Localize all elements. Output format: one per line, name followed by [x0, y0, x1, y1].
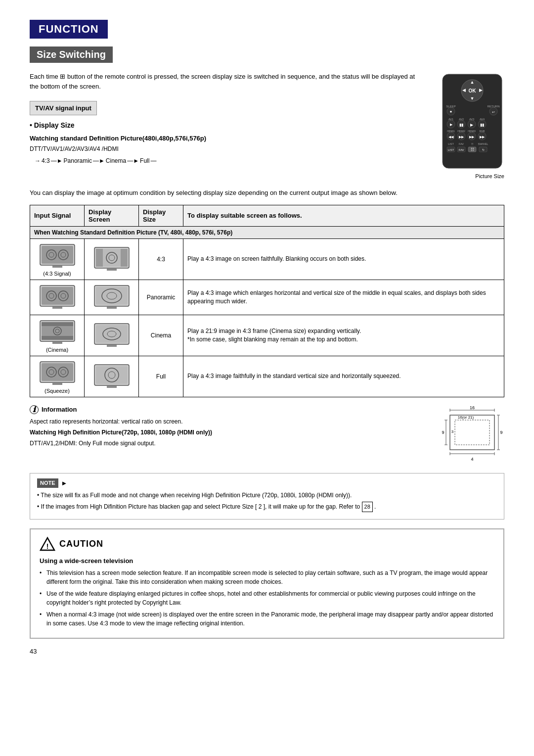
svg-rect-59: [121, 249, 128, 267]
can-display-text: You can display the image at optimum con…: [30, 188, 504, 198]
svg-rect-58: [96, 249, 103, 267]
svg-rect-55: [52, 265, 62, 268]
section-header-row: When Watching Standard Definition Pictur…: [30, 226, 504, 238]
picture-size-label: Picture Size: [440, 173, 504, 179]
tv-av-badge: TV/AV signal input: [30, 101, 425, 121]
svg-text:LIST: LIST: [448, 142, 454, 145]
col-header-input: Input Signal: [30, 205, 85, 226]
svg-text:▮▮: ▮▮: [480, 123, 484, 127]
svg-text:9: 9: [442, 430, 444, 435]
table-row: Panoramic Play a 4:3 image which enlarge…: [30, 280, 504, 315]
svg-rect-74: [107, 306, 117, 309]
note-list: The size will fix as Full mode and not c…: [37, 491, 497, 512]
signal-cell-3: (Cinema): [30, 315, 85, 356]
svg-rect-77: [42, 322, 73, 326]
caution-box: ! CAUTION Using a wide-screen television…: [30, 528, 504, 639]
caution-item-2: Use of the wide feature displaying enlar…: [40, 589, 494, 607]
desc-cell-4: Play a 4:3 image faithfully in the stand…: [183, 356, 504, 397]
desc-cell-1: Play a 4:3 image on screen faithfully. B…: [183, 238, 504, 280]
arrow-icon-4: —►: [127, 156, 139, 165]
table-row: (Cinema) Cinema Play a 21:9 image in 4:3…: [30, 315, 504, 356]
svg-text:OK: OK: [469, 88, 477, 94]
arrow-icon-2: —►: [51, 156, 63, 165]
note-item-2: If the images from High Difinition Pictu…: [37, 502, 497, 512]
svg-rect-100: [455, 420, 490, 445]
table-row: (Squeeze) Full Play a 4:3 image faithful…: [30, 356, 504, 397]
arrow-icon-3: —►: [93, 156, 105, 165]
caution-title: CAUTION: [59, 539, 103, 549]
ref-box: 28: [362, 502, 373, 512]
svg-rect-86: [107, 344, 117, 347]
svg-text:◀◀: ◀◀: [448, 135, 454, 139]
table-row: (4:3 Signal) 4:3 Play a 4:3 image on scr…: [30, 238, 504, 280]
svg-text:▶▶: ▶▶: [469, 135, 475, 139]
screen-icon-3: [92, 321, 132, 348]
svg-text:▶▶: ▶▶: [459, 135, 464, 139]
screen-cell-2: [85, 280, 139, 315]
note-arrow-icon: ►: [61, 478, 68, 488]
arrow-right-icon: →: [35, 156, 41, 165]
arrow-cinema: Cinema: [106, 156, 126, 165]
caution-triangle-icon: !: [40, 536, 55, 552]
note-item-1: The size will fix as Full mode and not c…: [37, 491, 497, 500]
aspect-ratio-text: Aspect ratio represents horizontal: vert…: [30, 417, 430, 426]
svg-text:16: 16: [470, 405, 475, 410]
screen-icon-4: [92, 362, 132, 389]
screen-cell-1: [85, 238, 139, 280]
svg-text:▲: ▲: [470, 80, 475, 85]
svg-text:4: 4: [471, 457, 473, 462]
note-box: NOTE ► The size will fix as Full mode an…: [30, 473, 504, 520]
information-section: ℹ Information Aspect ratio represents ho…: [30, 405, 504, 466]
watching-standard-heading: Watching standard Definition Picture(480…: [30, 134, 425, 143]
hd-diagram-svg: 16 9 9 16(or 21) 3 4: [440, 405, 504, 465]
svg-text:▼: ▼: [470, 96, 475, 101]
svg-rect-71: [96, 287, 128, 305]
svg-text:16(or 21): 16(or 21): [458, 415, 474, 420]
signal-cell-1: (4:3 Signal): [30, 238, 85, 280]
col-header-size: Display Size: [139, 205, 183, 226]
size-cell-1: 4:3: [139, 238, 183, 280]
arrow-43: 4:3: [42, 156, 50, 165]
hd-diagram: 16 9 9 16(or 21) 3 4: [440, 405, 504, 466]
svg-rect-95: [96, 366, 128, 384]
size-cell-2: Panoramic: [139, 280, 183, 315]
watching-standard-sub: DTT/TV/AV1/AV2/AV3/AV4 /HDMI: [30, 144, 425, 153]
info-icon: ℹ: [30, 405, 39, 414]
screen-icon-2: [92, 283, 132, 310]
svg-text:↩: ↩: [492, 110, 495, 114]
info-header: ℹ Information: [30, 405, 430, 414]
signal-icon-2: [38, 283, 77, 310]
svg-text:↻: ↻: [482, 148, 485, 151]
svg-text:SWIVEL: SWIVEL: [478, 142, 489, 145]
desc-cell-3: Play a 21:9 image in 4:3 frame (Cinema s…: [183, 315, 504, 356]
col-header-screen: Display Screen: [85, 205, 139, 226]
caution-list: This television has a screen mode select…: [40, 568, 494, 628]
signal-label-1: (4:3 Signal): [34, 271, 80, 277]
signal-icon-4: [38, 359, 77, 386]
screen-cell-4: [85, 356, 139, 397]
page-number: 43: [30, 648, 504, 655]
svg-text:!: !: [46, 542, 49, 550]
signal-label-3: (Cinema): [34, 347, 80, 353]
intro-section: Each time ⊞ button of the remote control…: [30, 72, 504, 179]
svg-rect-81: [52, 341, 62, 344]
display-size-title: Display Size: [30, 120, 425, 131]
svg-text:▮▮: ▮▮: [459, 123, 463, 127]
size-switching-heading: Size Switching: [30, 47, 504, 72]
size-cell-3: Cinema: [139, 315, 183, 356]
info-content: Aspect ratio represents horizontal: vert…: [30, 417, 430, 448]
watching-hd-heading: Watching High Definition Picture(720p, 1…: [30, 429, 212, 436]
svg-rect-62: [107, 268, 117, 271]
caution-header: ! CAUTION: [40, 536, 494, 552]
svg-text:3: 3: [451, 429, 454, 434]
arrow-sequence: → 4:3 —► Panoramic —► Cinema —► Full —: [35, 156, 425, 165]
info-text-block: ℹ Information Aspect ratio represents ho…: [30, 405, 430, 450]
remote-svg: OK ◀ ▶ ▲ ▼ SLEEP RETURN ● ↩ AV1 AV2 AV3 …: [440, 72, 504, 171]
desc-cell-2: Play a 4:3 image which enlarges horizont…: [183, 280, 504, 315]
svg-rect-93: [52, 382, 62, 385]
note-header: NOTE ►: [37, 478, 497, 488]
svg-text:◀: ◀: [462, 88, 466, 93]
intro-text-block: Each time ⊞ button of the remote control…: [30, 72, 425, 172]
svg-text:▶: ▶: [470, 123, 474, 127]
intro-paragraph: Each time ⊞ button of the remote control…: [30, 72, 425, 91]
